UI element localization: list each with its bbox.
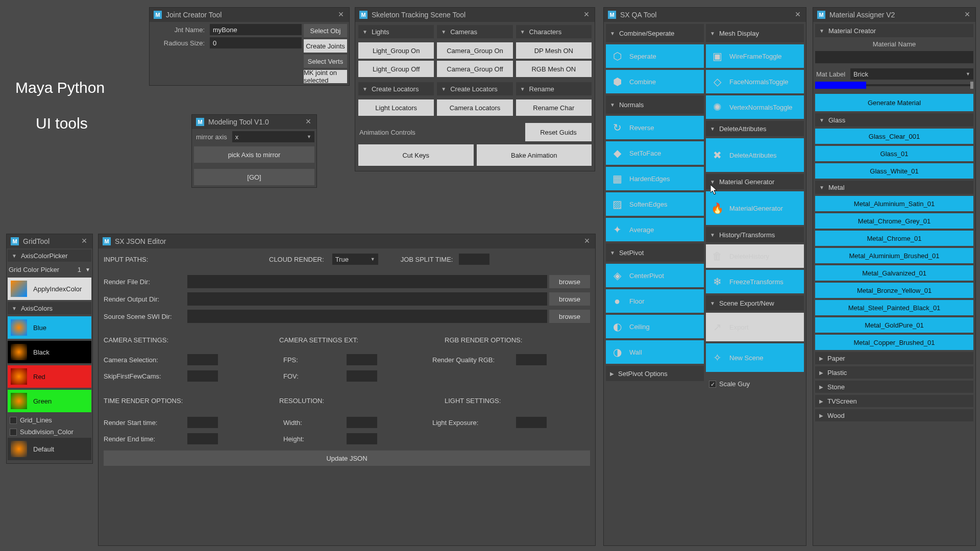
grid-lines-checkbox[interactable]: [10, 417, 17, 424]
color-slider-handle[interactable]: [970, 82, 973, 89]
blue-color-button[interactable]: Blue: [8, 316, 91, 339]
set-pivot-section[interactable]: SetPivot: [606, 243, 704, 262]
go-button[interactable]: [GO]: [194, 169, 314, 185]
light-group-on-button[interactable]: Light_Group On: [358, 42, 434, 59]
freeze-transforms-button[interactable]: ❄FreezeTransforms: [706, 270, 804, 293]
dp-mesh-on-button[interactable]: DP Mesh ON: [516, 42, 592, 59]
mk-joint-button[interactable]: MK joint on selected: [304, 70, 347, 83]
material-name-input[interactable]: [815, 51, 973, 63]
cut-keys-button[interactable]: Cut Keys: [358, 144, 474, 166]
reset-guids-button[interactable]: Reset Guids: [525, 123, 592, 141]
material-item[interactable]: Metal_Copper_Brushed_01: [815, 335, 973, 350]
floor-button[interactable]: ●Floor: [606, 289, 704, 313]
close-icon[interactable]: ×: [337, 11, 345, 19]
render-output-dir-input[interactable]: [187, 292, 547, 306]
render-end-input[interactable]: [187, 433, 218, 444]
characters-section[interactable]: Characters: [516, 25, 592, 38]
close-icon[interactable]: ×: [583, 237, 591, 245]
close-icon[interactable]: ×: [582, 11, 591, 19]
tvscreen-section[interactable]: TVScreen: [815, 395, 973, 407]
history-transforms-section[interactable]: History/Transforms: [706, 227, 804, 242]
fps-input[interactable]: [347, 354, 377, 365]
job-split-input[interactable]: [459, 254, 489, 265]
metal-section[interactable]: Metal: [815, 181, 973, 194]
cloud-render-select[interactable]: True: [332, 254, 378, 265]
stone-section[interactable]: Stone: [815, 381, 973, 393]
source-scene-dir-input[interactable]: [187, 310, 547, 323]
close-icon[interactable]: ×: [963, 11, 971, 19]
combine-button[interactable]: ⬢Combine: [606, 70, 704, 93]
set-pivot-options-section[interactable]: SetPivot Options: [606, 366, 704, 381]
update-json-button[interactable]: Update JSON: [104, 450, 590, 466]
radious-input[interactable]: [210, 37, 302, 48]
close-icon[interactable]: ×: [304, 118, 312, 126]
lights-section[interactable]: Lights: [358, 25, 434, 38]
material-item[interactable]: Metal_Chrome_Grey_01: [815, 213, 973, 229]
plastic-section[interactable]: Plastic: [815, 366, 973, 379]
axis-color-picker-section[interactable]: AxisColorPicker: [8, 249, 91, 262]
material-item[interactable]: Metal_Galvanized_01: [815, 265, 973, 281]
color-slider-track[interactable]: [866, 84, 973, 86]
material-creator-section[interactable]: Material Creator: [815, 24, 973, 37]
ceiling-button[interactable]: ◐Ceiling: [606, 315, 704, 338]
select-obj-button[interactable]: Select Obj: [304, 24, 347, 37]
material-item[interactable]: Metal_Steel_Painted_Black_01: [815, 300, 973, 315]
scene-export-section[interactable]: Scene Export/New: [706, 295, 804, 311]
material-generator-button[interactable]: 🔥MaterialGenerator: [706, 191, 804, 225]
seperate-button[interactable]: ⬡Seperate: [606, 44, 704, 68]
select-verts-button[interactable]: Select Verts: [304, 55, 347, 68]
subdivision-color-checkbox[interactable]: [10, 429, 17, 436]
combine-seperate-section[interactable]: Combine/Seperate: [606, 24, 704, 42]
wireframe-toggle-button[interactable]: ▣WireFrameToggle: [706, 44, 804, 68]
create-locators-section-2[interactable]: Create Locators: [437, 82, 512, 95]
axis-colors-section[interactable]: AxisColors: [8, 302, 91, 314]
material-item[interactable]: Metal_Bronze_Yellow_01: [815, 283, 973, 298]
glass-section[interactable]: Glass: [815, 113, 973, 127]
material-item[interactable]: Metal_GoldPure_01: [815, 317, 973, 333]
harden-edges-button[interactable]: ▦HardenEdges: [606, 167, 704, 190]
scale-guy-checkbox[interactable]: [709, 381, 716, 388]
wood-section[interactable]: Wood: [815, 409, 973, 421]
export-button[interactable]: ↗Export: [706, 313, 804, 341]
paper-section[interactable]: Paper: [815, 352, 973, 364]
average-button[interactable]: ✦Average: [606, 218, 704, 241]
height-input[interactable]: [347, 433, 377, 444]
material-item[interactable]: Metal_Aluminium_Satin_01: [815, 196, 973, 211]
soften-edges-button[interactable]: ▨SoftenEdges: [606, 192, 704, 216]
jnt-name-input[interactable]: [210, 24, 302, 35]
skip-first-cams-input[interactable]: [187, 370, 218, 382]
mesh-display-section[interactable]: Mesh Display: [706, 24, 804, 42]
render-quality-input[interactable]: [516, 354, 547, 365]
rgb-mesh-on-button[interactable]: RGB Mesh ON: [516, 61, 592, 77]
set-to-face-button[interactable]: ◆SetToFace: [606, 141, 704, 165]
light-group-off-button[interactable]: Light_Group Off: [358, 61, 434, 77]
dropdown-icon[interactable]: ▼: [85, 267, 90, 272]
camera-locators-button[interactable]: Camera Locators: [437, 99, 512, 116]
width-input[interactable]: [347, 417, 377, 428]
material-generator-section[interactable]: Material Generator: [706, 174, 804, 189]
mirror-axis-select[interactable]: x: [232, 131, 314, 142]
material-item[interactable]: Glass_White_01: [815, 163, 973, 179]
bake-animation-button[interactable]: Bake Animation: [477, 144, 592, 166]
render-file-dir-input[interactable]: [187, 275, 547, 288]
browse-button-1[interactable]: browse: [549, 275, 590, 288]
pick-axis-button[interactable]: pick Axis to mirror: [194, 146, 314, 163]
rename-section[interactable]: Rename: [516, 82, 592, 95]
light-exposure-input[interactable]: [516, 417, 547, 428]
camera-group-off-button[interactable]: Camera_Group Off: [437, 61, 512, 77]
fov-input[interactable]: [347, 370, 377, 382]
mat-label-select[interactable]: Brick: [850, 68, 973, 80]
material-item[interactable]: Metal_Aluminium_Brushed_01: [815, 248, 973, 263]
camera-group-on-button[interactable]: Camera_Group On: [437, 42, 512, 59]
light-locators-button[interactable]: Light Locators: [358, 99, 434, 116]
delete-history-button[interactable]: 🗑DeleteHistory: [706, 244, 804, 268]
reverse-button[interactable]: ↻Reverse: [606, 116, 704, 139]
camera-selection-input[interactable]: [187, 354, 218, 365]
browse-button-3[interactable]: browse: [549, 310, 590, 323]
face-normals-toggle-button[interactable]: ◇FaceNormalsToggle: [706, 70, 804, 93]
material-item[interactable]: Glass_Clear_001: [815, 129, 973, 144]
vertex-normals-toggle-button[interactable]: ✺VertexNormalsToggle: [706, 95, 804, 119]
black-color-button[interactable]: Black: [8, 341, 91, 363]
generate-material-button[interactable]: Generate Material: [815, 94, 973, 111]
render-start-input[interactable]: [187, 417, 218, 428]
